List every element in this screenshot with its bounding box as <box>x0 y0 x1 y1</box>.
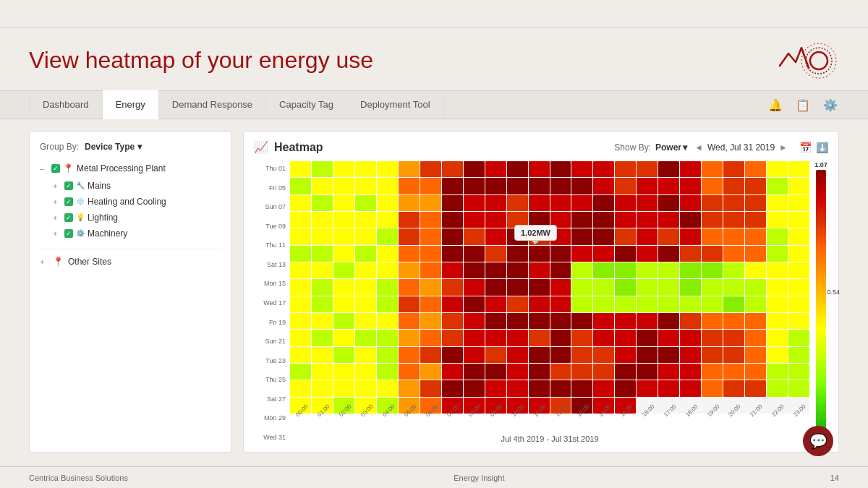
heatmap-cell <box>680 364 701 380</box>
heatmap-cell <box>290 228 311 244</box>
heatmap-cell <box>290 279 311 295</box>
heatmap-cell <box>312 178 333 194</box>
heatmap-cell <box>464 279 485 295</box>
expand-machinery[interactable]: + <box>53 226 61 241</box>
calendar-icon[interactable]: 📅 <box>799 142 812 153</box>
heatmap-cell <box>420 279 441 295</box>
heatmap-cell <box>442 195 463 211</box>
show-by: Show By: Power ▾ <box>614 142 687 153</box>
heatmap-cell <box>637 195 658 211</box>
heatmap-cell <box>377 364 398 380</box>
heatmap-cell <box>529 279 550 295</box>
heatmap-cell <box>355 313 376 329</box>
heatmap-cell <box>420 212 441 228</box>
heatmap-cell <box>377 380 398 396</box>
heatmap-cell <box>355 161 376 177</box>
heatmap-cell <box>571 228 592 244</box>
heatmap-cell <box>507 178 528 194</box>
group-by-label: Group By: <box>40 142 79 152</box>
heatmap-cell <box>723 178 744 194</box>
heatmap-cell <box>529 212 550 228</box>
heatmap-cell <box>399 212 420 228</box>
tab-energy[interactable]: Energy <box>103 90 159 119</box>
settings-icon[interactable]: ⚙️ <box>822 96 839 114</box>
download-icon[interactable]: ⬇️ <box>816 142 828 153</box>
row-label: Fri 05 <box>254 182 286 194</box>
other-sites[interactable]: + 📍 Other Sites <box>40 257 221 267</box>
heatmap-cell <box>571 364 592 380</box>
heatmap-cell <box>788 296 809 312</box>
heatmap-cell <box>529 262 550 278</box>
heatmap-cell <box>637 178 658 194</box>
heatmap-cell <box>615 228 636 244</box>
heatmap-cell <box>529 195 550 211</box>
heatmap-cell <box>464 195 485 211</box>
heatmap-cell <box>680 246 701 262</box>
nav-tabs: Dashboard Energy Demand Response Capacit… <box>0 90 868 119</box>
heatmap-cell <box>355 195 376 211</box>
tab-capacity-tag[interactable]: Capacity Tag <box>266 90 347 119</box>
heatmap-cell <box>571 330 592 346</box>
row-label: Tue 23 <box>254 355 286 367</box>
heatmap-cell <box>658 347 679 363</box>
footer-center: Energy Insight <box>454 474 504 482</box>
heatmap-cell <box>615 161 636 177</box>
heatmap-cell <box>355 279 376 295</box>
tab-dashboard[interactable]: Dashboard <box>29 90 103 119</box>
group-by-select[interactable]: Device Type ▾ <box>85 142 142 152</box>
footer: Centrica Business Solutions Energy Insig… <box>0 466 868 488</box>
logo-icon <box>774 40 839 80</box>
heatmap-cell <box>420 178 441 194</box>
lighting-label: Lighting <box>88 210 118 226</box>
heatmap-cell <box>637 262 658 278</box>
prev-date-btn[interactable]: ◄ <box>694 142 703 153</box>
heatmap-cell <box>593 228 614 244</box>
machinery-checkbox[interactable] <box>64 229 73 238</box>
heatmap-cell <box>507 228 528 244</box>
mains-checkbox[interactable] <box>64 181 73 190</box>
chart-icon: 📈 <box>254 140 268 154</box>
legend-bar: 1.07 0.54 0 <box>814 161 828 443</box>
root-checkbox[interactable] <box>51 164 60 173</box>
expand-heating[interactable]: + <box>53 194 61 210</box>
next-date-btn[interactable]: ► <box>779 142 788 153</box>
chevron-down-icon: ▾ <box>683 142 687 153</box>
heatmap-cell <box>399 330 420 346</box>
heatmap-cell <box>593 195 614 211</box>
row-labels: Thu 01Fri 05Sun 07Tue 09Thu 11Sat 13Mon … <box>254 161 286 443</box>
heatmap-cell <box>593 347 614 363</box>
heatmap-cell <box>745 296 766 312</box>
chat-button[interactable]: 💬 <box>803 426 833 456</box>
heatmap-cell <box>615 380 636 396</box>
heatmap-cell <box>333 161 354 177</box>
heatmap-cell <box>637 313 658 329</box>
heatmap-cell <box>333 347 354 363</box>
list-item: + 🔧 Mains <box>53 178 221 194</box>
heatmap-cell <box>788 380 809 396</box>
heatmap-cell <box>767 246 788 262</box>
heatmap-cell <box>507 380 528 396</box>
heatmap-cell <box>680 161 701 177</box>
expand-other-sites[interactable]: + <box>40 257 48 266</box>
tab-deployment-tool[interactable]: Deployment Tool <box>347 90 444 119</box>
heatmap-cell <box>571 279 592 295</box>
heatmap-cell <box>723 347 744 363</box>
heatmap-cell <box>485 262 506 278</box>
show-by-select[interactable]: Power ▾ <box>655 142 687 153</box>
clipboard-icon[interactable]: 📋 <box>794 96 812 114</box>
heatmap-cell <box>312 347 333 363</box>
collapse-btn[interactable]: – <box>40 160 48 176</box>
tab-demand-response[interactable]: Demand Response <box>159 90 266 119</box>
heatmap-cell <box>464 364 485 380</box>
expand-lighting[interactable]: + <box>53 210 61 226</box>
notification-icon[interactable]: 🔔 <box>767 96 784 114</box>
heatmap-cell <box>442 364 463 380</box>
lighting-checkbox[interactable] <box>64 213 73 222</box>
heatmap-cell <box>333 228 354 244</box>
heating-checkbox[interactable] <box>64 197 73 206</box>
heatmap-cell <box>571 347 592 363</box>
heating-label: Heating and Cooling <box>88 194 166 210</box>
expand-mains[interactable]: + <box>53 178 61 194</box>
heatmap-cell <box>723 279 744 295</box>
heatmap-cell <box>485 313 506 329</box>
